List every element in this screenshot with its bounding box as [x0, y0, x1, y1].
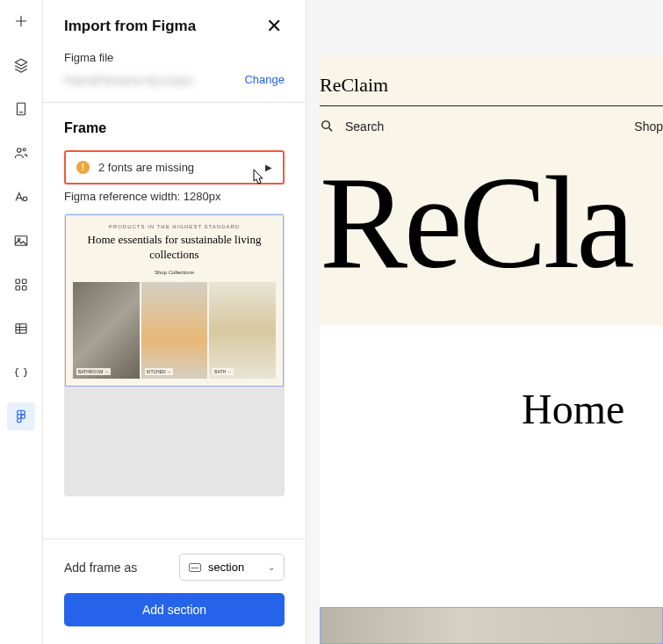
figma-file-label: Figma file	[64, 51, 285, 64]
figma-file-name: FigmaFilename.fig (copy)	[64, 74, 205, 86]
frame-thumbnail[interactable]: PRODUCTS IN THE HIGHEST STANDARD Home es…	[64, 213, 285, 496]
frame-mode-select[interactable]: section ⌄	[179, 554, 285, 581]
layers-icon[interactable]	[7, 51, 35, 79]
panel-title: Import from Figma	[64, 18, 196, 35]
svg-rect-7	[23, 279, 27, 284]
preview-site-header: ReClaim Search Shop ReCla	[320, 54, 663, 325]
warning-icon: !	[76, 161, 90, 174]
reference-width-text: Figma reference width: 1280px	[64, 190, 285, 203]
apps-icon[interactable]	[7, 271, 35, 299]
chevron-down-icon: ⌄	[268, 562, 275, 572]
svg-rect-9	[23, 286, 27, 291]
thumb-headline: Home essentials for sustainable living c…	[73, 233, 276, 263]
preview-search-label[interactable]: Search	[345, 119, 384, 134]
preview-nav-shop[interactable]: Shop	[634, 119, 663, 134]
thumb-eyebrow: PRODUCTS IN THE HIGHEST STANDARD	[73, 224, 276, 229]
fonts-missing-warning[interactable]: ! 2 fonts are missing ▶	[64, 150, 285, 185]
import-panel: Import from Figma ✕ Figma file FigmaFile…	[43, 0, 306, 644]
section-icon	[189, 563, 201, 572]
preview-hero-section: Home	[320, 325, 663, 606]
typography-icon[interactable]	[7, 183, 35, 211]
thumb-cta: Shop Collections	[73, 270, 276, 275]
svg-rect-10	[16, 324, 26, 334]
thumb-image: KITCHEN →	[141, 282, 208, 379]
svg-point-2	[23, 148, 25, 151]
code-icon[interactable]	[7, 358, 35, 387]
users-icon[interactable]	[7, 139, 35, 167]
svg-point-1	[18, 148, 22, 153]
svg-point-3	[23, 197, 27, 201]
change-file-link[interactable]: Change	[244, 73, 285, 86]
add-frame-as-label: Add frame as	[64, 561, 137, 575]
thumb-empty-area	[65, 387, 284, 496]
svg-rect-0	[18, 103, 25, 115]
svg-point-12	[322, 121, 330, 129]
thumb-image: BATHROOM →	[73, 282, 140, 379]
svg-rect-6	[16, 279, 20, 284]
warning-text: 2 fonts are missing	[98, 161, 256, 174]
search-icon	[320, 119, 335, 134]
preview-brand: ReClaim	[320, 74, 663, 97]
select-value: section	[208, 561, 244, 574]
thumb-image: BATH →	[209, 282, 276, 379]
page-icon[interactable]	[7, 95, 35, 123]
svg-rect-8	[16, 286, 20, 291]
preview-hero-heading: Home	[522, 385, 663, 433]
chevron-right-icon: ▶	[265, 163, 272, 172]
table-icon[interactable]	[7, 315, 35, 343]
preview-hero-brand: ReCla	[320, 163, 663, 282]
figma-icon[interactable]	[7, 402, 35, 431]
add-section-button[interactable]: Add section	[64, 593, 285, 626]
frame-heading: Frame	[64, 120, 285, 136]
preview-canvas[interactable]: ReClaim Search Shop ReCla Home	[306, 0, 663, 644]
preview-hero-image	[320, 607, 663, 644]
add-icon[interactable]	[7, 7, 35, 35]
left-tool-rail	[0, 0, 43, 644]
image-icon[interactable]	[7, 227, 35, 255]
close-button[interactable]: ✕	[263, 16, 285, 37]
svg-point-11	[21, 415, 25, 419]
